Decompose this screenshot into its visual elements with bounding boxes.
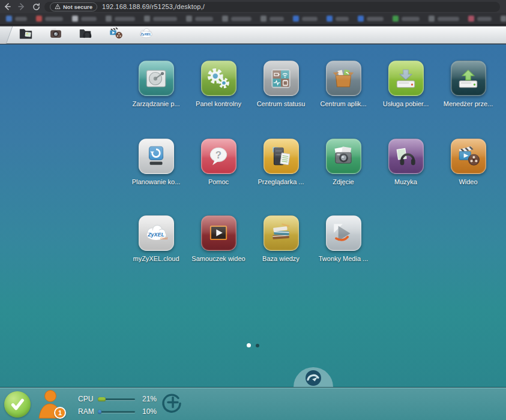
bookmark-blurred-text bbox=[367, 17, 384, 21]
reload-icon[interactable] bbox=[29, 0, 43, 13]
myzyxel-cloud-icon: ZyXEL bbox=[138, 26, 154, 44]
system-healthy-button[interactable] bbox=[4, 391, 31, 418]
app-status-center[interactable]: Centrum statusu bbox=[250, 61, 312, 107]
page-indicator bbox=[0, 343, 506, 347]
backup-planner-icon[interactable] bbox=[139, 139, 174, 174]
ram-fill bbox=[98, 410, 101, 414]
bookmark-item[interactable] bbox=[358, 16, 384, 22]
svg-text:?: ? bbox=[215, 149, 221, 160]
bookmark-item[interactable] bbox=[293, 16, 318, 22]
bookmark-favicon bbox=[501, 16, 506, 22]
bookmark-blurred-text bbox=[336, 17, 349, 21]
app-label: Baza wiedzy bbox=[262, 255, 300, 262]
taskbar-video-button[interactable] bbox=[106, 27, 126, 43]
myzyxel-cloud-icon[interactable]: ZyXELcloud bbox=[139, 215, 174, 251]
taskbar-myzyxel-cloud-button[interactable]: ZyXEL bbox=[136, 27, 156, 43]
taskbar-music-button[interactable] bbox=[76, 27, 96, 43]
address-bar[interactable]: Not secure 192.168.188.69/r51253,/deskto… bbox=[44, 2, 500, 12]
user-button[interactable]: 1 bbox=[35, 388, 67, 420]
app-label: Zarządzanie p... bbox=[133, 100, 180, 107]
taskbar-file-browser-button[interactable] bbox=[16, 27, 36, 43]
bookmark-favicon bbox=[393, 16, 399, 22]
bookmark-item[interactable] bbox=[106, 16, 135, 22]
plus-circle-icon bbox=[160, 392, 184, 416]
knowledge-base-icon[interactable] bbox=[264, 215, 299, 251]
bookmark-favicon bbox=[72, 16, 78, 22]
app-label: Panel kontrolny bbox=[196, 100, 241, 107]
app-storage-manager[interactable]: Zarządzanie p... bbox=[125, 61, 187, 107]
bookmark-item[interactable] bbox=[429, 16, 459, 22]
bookmark-blurred-text bbox=[115, 17, 135, 21]
app-download-service[interactable]: Usługa pobier... bbox=[375, 61, 437, 107]
music-icon bbox=[78, 26, 94, 44]
app-label: Przeglądarka ... bbox=[258, 178, 304, 185]
download-service-icon[interactable] bbox=[388, 61, 424, 96]
bookmark-item[interactable] bbox=[327, 16, 349, 22]
bookmark-item[interactable] bbox=[261, 16, 284, 22]
help-icon[interactable]: ? bbox=[201, 139, 236, 174]
storage-manager-icon[interactable] bbox=[139, 61, 174, 96]
taskbar-corner bbox=[0, 26, 13, 44]
app-control-panel[interactable]: Panel kontrolny bbox=[187, 61, 250, 107]
app-video[interactable]: Wideo bbox=[437, 139, 499, 185]
bookmark-favicon bbox=[144, 16, 150, 22]
bookmark-blurred-text bbox=[153, 17, 177, 21]
zyxel-nas-desktop-screen: Not secure 192.168.188.69/r51253,/deskto… bbox=[0, 0, 506, 420]
ram-label: RAM bbox=[78, 407, 98, 416]
app-backup-planner[interactable]: Planowanie ko... bbox=[125, 139, 187, 185]
app-label: Wideo bbox=[459, 178, 477, 185]
music-icon[interactable] bbox=[388, 139, 424, 174]
app-file-browser[interactable]: Przeglądarka ... bbox=[250, 139, 312, 185]
cpu-track bbox=[98, 398, 135, 400]
back-icon[interactable] bbox=[0, 0, 14, 13]
file-browser-icon[interactable] bbox=[264, 139, 299, 174]
status-center-icon[interactable] bbox=[264, 61, 299, 96]
app-label: Samouczek wideo bbox=[191, 255, 245, 262]
photo-icon[interactable] bbox=[326, 139, 361, 174]
app-label: Menedżer prze... bbox=[444, 100, 493, 107]
app-twonky-media[interactable]: Twonky Media ... bbox=[312, 215, 375, 262]
bookmark-item[interactable] bbox=[36, 16, 63, 22]
cpu-value: 21% bbox=[142, 395, 157, 403]
app-video-tutorial[interactable]: Samouczek wideo bbox=[187, 215, 250, 262]
bookmark-item[interactable] bbox=[72, 16, 97, 22]
video-icon[interactable] bbox=[451, 139, 486, 174]
forward-icon[interactable] bbox=[14, 0, 29, 13]
transfer-manager-icon[interactable] bbox=[451, 61, 486, 96]
app-myzyxel-cloud[interactable]: ZyXELcloudmyZyXEL.cloud bbox=[125, 215, 187, 262]
bookmark-blurred-text bbox=[231, 17, 251, 21]
twonky-media-icon[interactable] bbox=[326, 215, 361, 251]
bookmark-favicon bbox=[293, 16, 299, 22]
bookmark-favicon bbox=[6, 16, 12, 22]
app-knowledge-base[interactable]: Baza wiedzy bbox=[250, 215, 312, 262]
bookmark-item[interactable] bbox=[468, 16, 492, 22]
bookmark-blurred-text bbox=[45, 17, 63, 21]
add-shortcut-button[interactable] bbox=[160, 392, 184, 416]
bookmark-favicon bbox=[36, 16, 42, 22]
bookmark-item[interactable] bbox=[144, 16, 177, 22]
page-dot-1[interactable] bbox=[247, 343, 251, 347]
url-text[interactable]: 192.168.188.69/r51253,/desktop,/ bbox=[102, 3, 205, 10]
app-center-icon[interactable] bbox=[326, 61, 361, 96]
bookmark-item[interactable] bbox=[222, 16, 251, 22]
app-photo[interactable]: Zdjęcie bbox=[312, 139, 375, 185]
taskbar-photo-button[interactable] bbox=[46, 27, 66, 43]
page-dot-2[interactable] bbox=[256, 344, 259, 347]
control-panel-icon[interactable] bbox=[201, 61, 236, 96]
app-transfer-manager[interactable]: Menedżer prze... bbox=[437, 61, 499, 107]
bookmark-item[interactable] bbox=[393, 16, 420, 22]
bookmark-item[interactable] bbox=[501, 16, 506, 22]
bookmark-item[interactable] bbox=[6, 16, 27, 22]
video-tutorial-icon[interactable] bbox=[201, 215, 236, 251]
video-icon bbox=[108, 26, 124, 44]
not-secure-chip[interactable]: Not secure bbox=[50, 2, 97, 11]
bookmark-item[interactable] bbox=[186, 16, 213, 22]
svg-text:ZyXEL: ZyXEL bbox=[140, 32, 152, 36]
app-music[interactable]: Muzyka bbox=[375, 139, 437, 185]
app-help[interactable]: ?Pomoc bbox=[187, 139, 250, 185]
app-app-center[interactable]: Centrum aplik... bbox=[312, 61, 375, 107]
app-label: Usługa pobier... bbox=[383, 100, 429, 107]
app-label: Pomoc bbox=[208, 178, 229, 185]
notification-badge[interactable]: 1 bbox=[54, 407, 66, 419]
file-browser-icon bbox=[18, 26, 34, 44]
